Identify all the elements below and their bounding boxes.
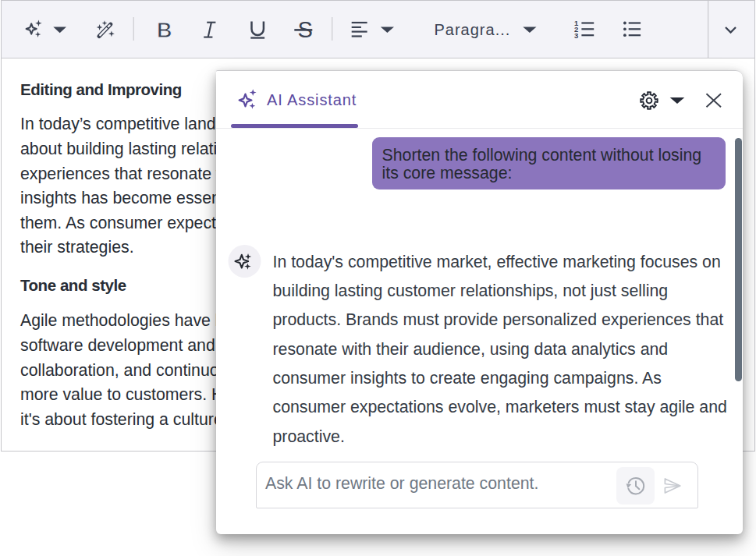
svg-text:Paragra...: Paragra...	[435, 21, 511, 38]
svg-text:3: 3	[574, 31, 578, 40]
svg-text:B: B	[157, 19, 172, 42]
